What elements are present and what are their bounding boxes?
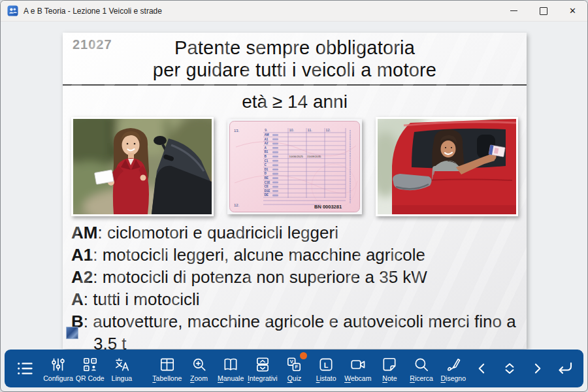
svg-text:D1: D1 <box>265 168 269 171</box>
card-col-9: 9. <box>265 128 268 132</box>
toolbar-label: Configura <box>43 374 73 382</box>
svg-text:A1: A1 <box>265 138 269 141</box>
category-a2-label: A2 <box>71 267 93 287</box>
category-b: B: autovetture, macchine agricole e auto… <box>71 310 519 355</box>
slide-title-line1: Patente sempre obbligatoria <box>63 37 527 59</box>
slide-title-line2: per guidare tutti i veicoli a motore <box>63 59 527 81</box>
toolbar-item-note[interactable]: Note <box>374 355 406 382</box>
toolbar-label: Tabellone <box>152 374 182 382</box>
toolbar-label: Manuale <box>218 374 244 382</box>
toolbar-label: Zoom <box>190 374 208 382</box>
photo-woman-scooter <box>73 119 212 214</box>
license-card-image: 13. 12. 9. 10. 11. 12. AMA1A2AB1BC1CD1DB… <box>229 121 360 212</box>
previous-button[interactable] <box>469 360 495 377</box>
book-icon <box>222 356 239 373</box>
toolbar-item-tabellone[interactable]: Tabellone <box>152 355 184 382</box>
toolbar-label: Note <box>382 374 397 382</box>
maximize-button[interactable] <box>529 1 558 21</box>
toolbar-item-listato[interactable]: L Listato <box>310 355 342 382</box>
photo-license-frame: 13. 12. 9. 10. 11. 12. AMA1A2AB1BC1CD1DB… <box>227 119 362 214</box>
title-bar: A e B Teoria - Lezione 1 Veicoli e strad… <box>1 1 587 22</box>
toolbar-item-configura[interactable]: Configura <box>42 355 74 382</box>
window-title: A e B Teoria - Lezione 1 Veicoli e strad… <box>24 7 162 16</box>
return-arrow-icon <box>555 359 574 378</box>
age-requirement: età ≥ 14 anni <box>63 91 527 112</box>
toolbar-item-lingua[interactable]: Lingua <box>106 355 138 382</box>
toolbar-label: Integrativi <box>248 374 278 382</box>
toolbar-item-ricerca[interactable]: Ricerca <box>406 355 438 382</box>
slides-stack-icon <box>254 356 271 373</box>
close-button[interactable]: ✕ <box>558 1 587 21</box>
stamp-icon <box>66 327 78 339</box>
svg-text:F: F <box>295 364 299 370</box>
toolbar-label: Lingua <box>112 374 133 382</box>
toolbar-item-zoom[interactable]: Zoom <box>183 355 215 382</box>
chevron-right-icon <box>529 360 546 377</box>
toolbar-item-quiz[interactable]: V F Quiz <box>278 355 310 382</box>
sliders-icon <box>50 356 67 373</box>
category-a1-text: motocicli leggeri, alcune macchine agric… <box>103 245 425 265</box>
zoom-in-icon <box>191 356 208 373</box>
svg-text:CE: CE <box>265 185 269 188</box>
toolbar-label: Ricerca <box>410 374 433 382</box>
chevron-left-icon <box>474 360 491 377</box>
toolbar-label: Listato <box>316 374 336 382</box>
card-field-12: 12. <box>234 203 240 207</box>
svg-text:D1E: D1E <box>265 189 270 193</box>
toolbar-item-manuale[interactable]: Manuale <box>215 355 247 382</box>
content-area: 21027 Patente sempre obbligatoria per gu… <box>1 22 587 350</box>
category-a-label: A <box>71 289 84 309</box>
note-icon <box>381 356 398 373</box>
title-divider <box>63 84 527 86</box>
category-a-text: tutti i motocicli <box>93 289 199 309</box>
close-icon: ✕ <box>569 7 576 15</box>
slide-title: Patente sempre obbligatoria per guidare … <box>63 33 527 81</box>
quiz-vf-icon: V F <box>286 356 302 373</box>
category-a1-label: A1 <box>71 245 93 265</box>
card-col-10: 10. <box>289 128 295 132</box>
card-field-13: 13. <box>234 129 240 133</box>
app-window: A e B Teoria - Lezione 1 Veicoli e strad… <box>0 0 588 392</box>
svg-text:A2: A2 <box>265 142 269 145</box>
card-col-11: 11. <box>308 128 313 132</box>
category-list: AM: ciclomotori e quadricicli leggeri A1… <box>63 216 527 355</box>
lesson-slide: 21027 Patente sempre obbligatoria per gu… <box>63 33 527 349</box>
photo-row: 13. 12. 9. 10. 11. 12. AMA1A2AB1BC1CD1DB… <box>63 112 527 216</box>
menu-button[interactable] <box>11 359 39 378</box>
toolbar-item-webcam[interactable]: Webcam <box>342 355 374 382</box>
toolbar-label: Quiz <box>287 374 302 382</box>
expand-button[interactable] <box>497 360 522 377</box>
svg-text:C1: C1 <box>265 159 269 163</box>
svg-text:C1E: C1E <box>265 181 270 184</box>
translate-icon <box>113 356 130 373</box>
svg-text:L: L <box>324 361 329 369</box>
toolbar-item-disegno[interactable]: Disegno <box>437 355 469 382</box>
pen-draw-icon <box>445 356 462 373</box>
card-col-12: 12. <box>326 128 331 132</box>
app-icon <box>7 5 18 16</box>
slide-number: 21027 <box>73 37 112 52</box>
toolbar-label: Webcam <box>344 374 371 382</box>
toolbar-item-qrcode[interactable]: QR Code <box>74 355 106 382</box>
photo-woman-car <box>378 119 516 214</box>
category-am-text: ciclomotori e quadricicli leggeri <box>107 223 338 242</box>
category-a2-text: motocicli di potenza non superiore a 35 … <box>103 267 427 287</box>
toolbar-item-integrativi[interactable]: Integrativi <box>246 355 278 382</box>
maximize-icon <box>540 7 547 15</box>
category-am-label: AM <box>71 223 97 242</box>
search-icon <box>413 356 430 373</box>
return-button[interactable] <box>551 359 577 378</box>
menu-list-icon <box>16 359 34 378</box>
next-button[interactable] <box>524 360 549 377</box>
toolbar-label: QR Code <box>76 374 105 382</box>
minimize-button[interactable] <box>499 1 529 21</box>
quiz-notification-badge <box>300 352 307 359</box>
category-b-text: autovetture, macchine agricole e autovei… <box>93 312 515 353</box>
card-issue-date: 10/06/2025 <box>289 155 304 158</box>
category-am: AM: ciclomotori e quadricicli leggeri <box>71 221 519 244</box>
photo-scooter-frame <box>71 117 214 216</box>
category-a2: A2: motocicli di potenza non superiore a… <box>71 266 519 288</box>
bottom-toolbar: Configura QR Code Lingua Tabe <box>5 350 583 387</box>
toolbar-label: Disegno <box>440 374 466 382</box>
navigation-group <box>469 359 577 378</box>
